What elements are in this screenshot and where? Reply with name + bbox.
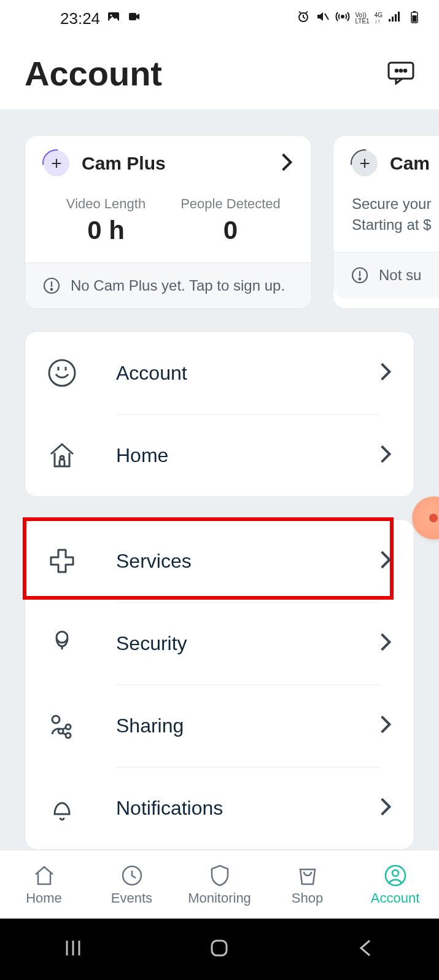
chevron-right-icon xyxy=(379,362,392,384)
chevron-right-icon xyxy=(379,444,392,466)
tab-events[interactable]: Events xyxy=(88,850,176,919)
chevron-right-icon xyxy=(379,797,392,819)
svg-point-15 xyxy=(400,69,402,72)
promo-footer[interactable]: Not su xyxy=(333,252,439,298)
svg-point-22 xyxy=(359,278,361,280)
stat-value: 0 h xyxy=(44,216,168,245)
battery-icon xyxy=(407,9,422,28)
promo-desc-line: Starting at $ xyxy=(352,214,439,235)
signal-icon xyxy=(387,9,402,28)
svg-point-30 xyxy=(66,724,71,729)
video-icon xyxy=(127,9,142,28)
share-icon xyxy=(45,708,79,743)
svg-rect-9 xyxy=(398,12,400,22)
bell-icon xyxy=(45,791,79,825)
menu-item-home[interactable]: Home xyxy=(25,414,414,496)
plus-cross-icon xyxy=(45,544,79,578)
tab-label: Monitoring xyxy=(188,890,251,906)
menu-label: Notifications xyxy=(116,797,223,820)
tab-label: Shop xyxy=(292,890,323,906)
menu-label: Services xyxy=(116,550,192,573)
alert-icon xyxy=(351,266,369,284)
recents-button[interactable] xyxy=(62,937,84,962)
svg-rect-11 xyxy=(413,11,416,12)
promo-card-cam2[interactable]: + Cam Secure your Starting at $ Not su xyxy=(333,135,439,309)
svg-rect-8 xyxy=(395,14,397,22)
hotspot-icon xyxy=(335,9,350,28)
back-button[interactable] xyxy=(355,937,377,962)
svg-point-5 xyxy=(341,15,344,18)
menu-label: Sharing xyxy=(116,715,184,737)
svg-point-31 xyxy=(66,733,71,738)
tab-label: Events xyxy=(111,890,152,906)
svg-rect-7 xyxy=(392,17,394,22)
menu-item-account[interactable]: Account xyxy=(25,332,414,414)
status-time: 23:24 xyxy=(60,9,100,28)
smiley-icon xyxy=(45,356,79,390)
svg-point-27 xyxy=(56,632,68,643)
svg-rect-41 xyxy=(212,941,227,955)
menu-group-account: Account Home xyxy=(25,331,414,497)
svg-point-37 xyxy=(392,870,398,876)
image-icon xyxy=(106,9,121,28)
lock-icon xyxy=(45,626,79,661)
header: Account xyxy=(0,37,439,109)
content-area: + Cam Plus Video Length 0 h People Detec… xyxy=(0,109,439,850)
svg-point-16 xyxy=(404,69,406,72)
svg-rect-12 xyxy=(413,15,417,22)
chevron-right-icon xyxy=(379,715,392,737)
tab-bar: Home Events Monitoring Shop Account xyxy=(0,850,439,919)
tab-account[interactable]: Account xyxy=(351,850,439,919)
menu-item-security[interactable]: Security xyxy=(25,602,414,684)
house-icon xyxy=(45,438,79,472)
svg-line-4 xyxy=(325,14,328,20)
tab-home[interactable]: Home xyxy=(0,850,88,919)
svg-point-14 xyxy=(395,69,398,72)
tab-monitoring[interactable]: Monitoring xyxy=(176,850,263,919)
svg-point-19 xyxy=(51,289,53,291)
chevron-right-icon xyxy=(379,550,392,572)
svg-rect-2 xyxy=(129,13,136,20)
alarm-icon xyxy=(296,9,311,28)
promo-footer[interactable]: No Cam Plus yet. Tap to sign up. xyxy=(25,262,311,308)
svg-point-29 xyxy=(52,716,60,723)
home-button[interactable] xyxy=(208,937,230,962)
plus-badge-icon: + xyxy=(352,151,378,176)
alert-icon xyxy=(42,276,61,295)
svg-point-23 xyxy=(49,360,75,386)
chevron-right-icon xyxy=(379,632,392,654)
menu-label: Account xyxy=(116,362,187,385)
chevron-right-icon xyxy=(281,152,293,174)
stat-value: 0 xyxy=(168,216,293,245)
promo-footer-text: No Cam Plus yet. Tap to sign up. xyxy=(71,277,285,294)
chat-icon[interactable] xyxy=(387,61,414,85)
page-title: Account xyxy=(25,53,162,93)
stat-label: People Detected xyxy=(168,196,293,212)
svg-point-32 xyxy=(58,729,63,734)
promo-title: Cam xyxy=(390,153,439,174)
status-bar: 23:24 Vo))LTE1 4G↓↑ xyxy=(0,0,439,37)
tab-shop[interactable]: Shop xyxy=(263,850,351,919)
menu-item-sharing[interactable]: Sharing xyxy=(25,684,414,767)
menu-label: Security xyxy=(116,632,187,655)
promo-card-camplus[interactable]: + Cam Plus Video Length 0 h People Detec… xyxy=(25,135,312,309)
mute-icon xyxy=(316,9,330,28)
promo-desc-line: Secure your xyxy=(352,194,439,214)
network-icon: 4G↓↑ xyxy=(375,12,383,25)
promo-footer-text: Not su xyxy=(379,267,421,284)
svg-rect-6 xyxy=(389,19,390,22)
menu-item-notifications[interactable]: Notifications xyxy=(25,767,414,849)
floating-assist-bubble[interactable] xyxy=(412,496,439,539)
promo-carousel[interactable]: + Cam Plus Video Length 0 h People Detec… xyxy=(0,135,439,309)
menu-label: Home xyxy=(116,444,168,467)
stat-label: Video Length xyxy=(44,196,168,212)
menu-item-services[interactable]: Services xyxy=(25,520,414,602)
svg-point-1 xyxy=(111,14,112,16)
menu-group-services: Services Security Sharing Notifications xyxy=(25,519,414,850)
tab-label: Home xyxy=(26,890,62,906)
lte-icon: Vo))LTE1 xyxy=(355,12,369,25)
system-nav-bar xyxy=(0,919,439,980)
tab-label: Account xyxy=(371,890,420,906)
plus-badge-icon: + xyxy=(44,151,69,176)
promo-title: Cam Plus xyxy=(82,153,268,174)
